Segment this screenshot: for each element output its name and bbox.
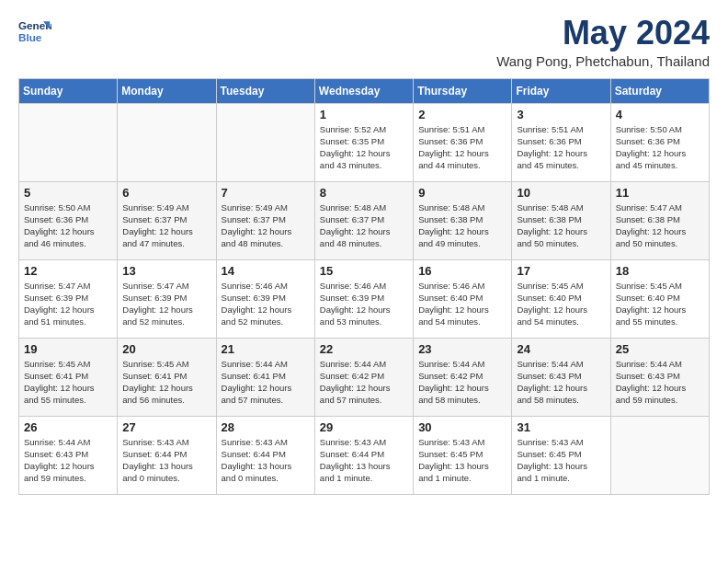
title-area: May 2024 Wang Pong, Phetchabun, Thailand [496, 15, 710, 69]
calendar-cell: 27Sunrise: 5:43 AM Sunset: 6:44 PM Dayli… [118, 416, 216, 494]
cell-info: Sunrise: 5:44 AM Sunset: 6:41 PM Dayligh… [222, 358, 310, 407]
cell-info: Sunrise: 5:50 AM Sunset: 6:36 PM Dayligh… [616, 123, 704, 172]
cell-info: Sunrise: 5:48 AM Sunset: 6:38 PM Dayligh… [517, 201, 605, 250]
cell-info: Sunrise: 5:44 AM Sunset: 6:43 PM Dayligh… [24, 436, 112, 485]
cell-info: Sunrise: 5:45 AM Sunset: 6:40 PM Dayligh… [517, 280, 605, 328]
day-number: 4 [616, 108, 704, 121]
calendar-cell: 13Sunrise: 5:47 AM Sunset: 6:39 PM Dayli… [118, 259, 216, 338]
header-wednesday: Wednesday [314, 78, 413, 103]
calendar-cell [216, 103, 314, 181]
day-number: 22 [320, 342, 408, 356]
cell-info: Sunrise: 5:49 AM Sunset: 6:37 PM Dayligh… [222, 201, 310, 250]
calendar-cell: 1Sunrise: 5:52 AM Sunset: 6:35 PM Daylig… [314, 103, 413, 181]
calendar-cell: 22Sunrise: 5:44 AM Sunset: 6:42 PM Dayli… [314, 338, 413, 416]
calendar-cell: 25Sunrise: 5:44 AM Sunset: 6:43 PM Dayli… [610, 338, 709, 416]
cell-info: Sunrise: 5:43 AM Sunset: 6:44 PM Dayligh… [122, 436, 210, 485]
day-number: 7 [222, 186, 310, 200]
header-friday: Friday [512, 78, 610, 103]
logo-icon: General Blue [18, 15, 51, 48]
calendar-cell: 31Sunrise: 5:43 AM Sunset: 6:45 PM Dayli… [512, 416, 610, 494]
cell-info: Sunrise: 5:50 AM Sunset: 6:36 PM Dayligh… [24, 201, 112, 250]
calendar-table: SundayMondayTuesdayWednesdayThursdayFrid… [18, 78, 710, 495]
cell-info: Sunrise: 5:45 AM Sunset: 6:40 PM Dayligh… [616, 280, 704, 328]
day-number: 20 [122, 342, 210, 356]
calendar-cell: 8Sunrise: 5:48 AM Sunset: 6:37 PM Daylig… [314, 181, 413, 259]
calendar-cell: 19Sunrise: 5:45 AM Sunset: 6:41 PM Dayli… [19, 338, 118, 416]
week-row-3: 12Sunrise: 5:47 AM Sunset: 6:39 PM Dayli… [19, 259, 710, 338]
cell-info: Sunrise: 5:49 AM Sunset: 6:37 PM Dayligh… [122, 201, 210, 250]
calendar-cell: 20Sunrise: 5:45 AM Sunset: 6:41 PM Dayli… [118, 338, 216, 416]
cell-info: Sunrise: 5:45 AM Sunset: 6:41 PM Dayligh… [24, 358, 112, 407]
week-row-4: 19Sunrise: 5:45 AM Sunset: 6:41 PM Dayli… [19, 338, 710, 416]
day-number: 15 [320, 264, 408, 278]
cell-info: Sunrise: 5:43 AM Sunset: 6:45 PM Dayligh… [517, 436, 605, 485]
day-number: 29 [320, 420, 408, 434]
header-thursday: Thursday [414, 78, 512, 103]
calendar-cell: 7Sunrise: 5:49 AM Sunset: 6:37 PM Daylig… [216, 181, 314, 259]
header-saturday: Saturday [610, 78, 709, 103]
day-number: 14 [222, 264, 310, 278]
day-number: 13 [122, 264, 210, 278]
calendar-cell: 15Sunrise: 5:46 AM Sunset: 6:39 PM Dayli… [314, 259, 413, 338]
calendar-cell: 17Sunrise: 5:45 AM Sunset: 6:40 PM Dayli… [512, 259, 610, 338]
day-number: 19 [24, 342, 112, 356]
day-number: 21 [222, 342, 310, 356]
header-tuesday: Tuesday [216, 78, 314, 103]
day-number: 12 [24, 264, 112, 278]
cell-info: Sunrise: 5:51 AM Sunset: 6:36 PM Dayligh… [517, 123, 605, 172]
day-number: 17 [517, 264, 605, 278]
calendar-cell: 4Sunrise: 5:50 AM Sunset: 6:36 PM Daylig… [610, 103, 709, 181]
cell-info: Sunrise: 5:43 AM Sunset: 6:44 PM Dayligh… [222, 436, 310, 485]
day-number: 2 [418, 108, 506, 121]
location-title: Wang Pong, Phetchabun, Thailand [496, 53, 710, 69]
cell-info: Sunrise: 5:47 AM Sunset: 6:38 PM Dayligh… [616, 201, 704, 250]
day-number: 6 [122, 186, 210, 200]
week-row-5: 26Sunrise: 5:44 AM Sunset: 6:43 PM Dayli… [19, 416, 710, 494]
day-number: 25 [616, 342, 704, 356]
calendar-cell: 30Sunrise: 5:43 AM Sunset: 6:45 PM Dayli… [414, 416, 512, 494]
cell-info: Sunrise: 5:51 AM Sunset: 6:36 PM Dayligh… [418, 123, 506, 172]
day-number: 8 [320, 186, 408, 200]
calendar-cell: 6Sunrise: 5:49 AM Sunset: 6:37 PM Daylig… [118, 181, 216, 259]
day-number: 18 [616, 264, 704, 278]
day-number: 10 [517, 186, 605, 200]
svg-text:Blue: Blue [18, 31, 42, 43]
calendar-cell: 10Sunrise: 5:48 AM Sunset: 6:38 PM Dayli… [512, 181, 610, 259]
day-number: 16 [418, 264, 506, 278]
header-row: SundayMondayTuesdayWednesdayThursdayFrid… [19, 78, 710, 103]
header-sunday: Sunday [19, 78, 118, 103]
header-monday: Monday [118, 78, 216, 103]
cell-info: Sunrise: 5:52 AM Sunset: 6:35 PM Dayligh… [320, 123, 408, 172]
week-row-2: 5Sunrise: 5:50 AM Sunset: 6:36 PM Daylig… [19, 181, 710, 259]
calendar-cell: 11Sunrise: 5:47 AM Sunset: 6:38 PM Dayli… [610, 181, 709, 259]
calendar-cell: 18Sunrise: 5:45 AM Sunset: 6:40 PM Dayli… [610, 259, 709, 338]
cell-info: Sunrise: 5:43 AM Sunset: 6:44 PM Dayligh… [320, 436, 408, 485]
cell-info: Sunrise: 5:48 AM Sunset: 6:37 PM Dayligh… [320, 201, 408, 250]
day-number: 11 [616, 186, 704, 200]
page-header: General Blue May 2024 Wang Pong, Phetcha… [18, 15, 710, 69]
cell-info: Sunrise: 5:46 AM Sunset: 6:40 PM Dayligh… [418, 280, 506, 328]
day-number: 31 [517, 420, 605, 434]
cell-info: Sunrise: 5:47 AM Sunset: 6:39 PM Dayligh… [122, 280, 210, 328]
week-row-1: 1Sunrise: 5:52 AM Sunset: 6:35 PM Daylig… [19, 103, 710, 181]
calendar-header: SundayMondayTuesdayWednesdayThursdayFrid… [19, 78, 710, 103]
cell-info: Sunrise: 5:46 AM Sunset: 6:39 PM Dayligh… [320, 280, 408, 328]
calendar-cell: 14Sunrise: 5:46 AM Sunset: 6:39 PM Dayli… [216, 259, 314, 338]
day-number: 3 [517, 108, 605, 121]
calendar-cell: 9Sunrise: 5:48 AM Sunset: 6:38 PM Daylig… [414, 181, 512, 259]
calendar-cell: 5Sunrise: 5:50 AM Sunset: 6:36 PM Daylig… [19, 181, 118, 259]
cell-info: Sunrise: 5:47 AM Sunset: 6:39 PM Dayligh… [24, 280, 112, 328]
calendar-cell [118, 103, 216, 181]
calendar-cell: 24Sunrise: 5:44 AM Sunset: 6:43 PM Dayli… [512, 338, 610, 416]
calendar-cell: 12Sunrise: 5:47 AM Sunset: 6:39 PM Dayli… [19, 259, 118, 338]
cell-info: Sunrise: 5:46 AM Sunset: 6:39 PM Dayligh… [222, 280, 310, 328]
calendar-cell: 2Sunrise: 5:51 AM Sunset: 6:36 PM Daylig… [414, 103, 512, 181]
day-number: 26 [24, 420, 112, 434]
calendar-cell: 26Sunrise: 5:44 AM Sunset: 6:43 PM Dayli… [19, 416, 118, 494]
cell-info: Sunrise: 5:44 AM Sunset: 6:43 PM Dayligh… [616, 358, 704, 407]
calendar-cell: 28Sunrise: 5:43 AM Sunset: 6:44 PM Dayli… [216, 416, 314, 494]
calendar-cell [19, 103, 118, 181]
day-number: 1 [320, 108, 408, 121]
day-number: 28 [222, 420, 310, 434]
month-title: May 2024 [496, 15, 710, 52]
